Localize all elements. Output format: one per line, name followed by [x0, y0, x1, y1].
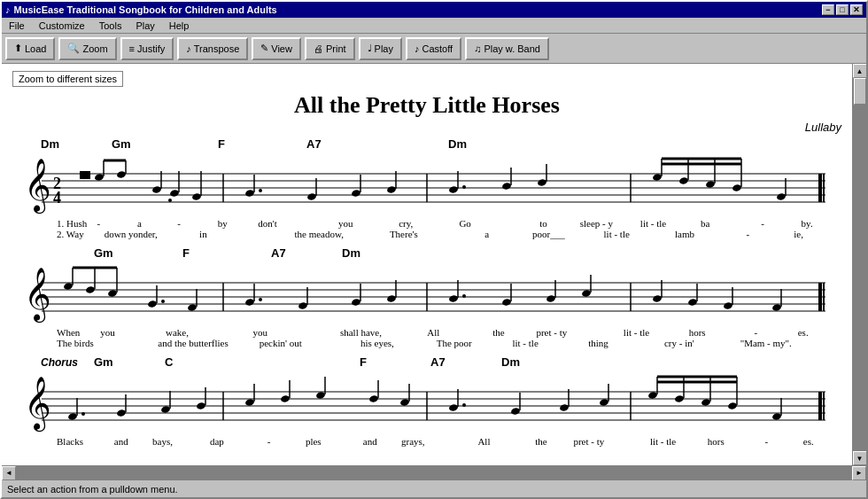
lr3-4: dap	[210, 436, 267, 447]
main-area: Zoom to different sizes All the Pretty L…	[2, 64, 866, 465]
scroll-left-button[interactable]: ◄	[2, 466, 16, 480]
menu-help[interactable]: Help	[166, 19, 193, 32]
svg-point-67	[85, 285, 95, 293]
view-button[interactable]: ✎ View	[252, 37, 301, 60]
svg-point-65	[63, 282, 73, 290]
svg-point-138	[559, 403, 569, 411]
svg-point-82	[351, 298, 360, 306]
svg-point-35	[448, 185, 458, 193]
play-button[interactable]: ♩ Play	[359, 37, 402, 60]
main-window: ♪ MusicEase Traditional Songbook for Chi…	[0, 0, 868, 499]
zoom-button[interactable]: 🔍 Zoom	[58, 37, 116, 60]
scroll-down-button[interactable]: ▼	[853, 451, 867, 465]
lyrics-row-2-v1: When you wake, you shall have, All the p…	[12, 327, 841, 338]
lr2-11: -	[755, 327, 798, 338]
lyric-12: lit - tle	[640, 218, 701, 229]
justify-button[interactable]: ≡ Justify	[120, 37, 174, 60]
justify-icon: ≡	[129, 43, 135, 54]
chord2-empty	[41, 246, 94, 260]
svg-point-14	[94, 173, 104, 181]
lr3-13: hors	[708, 436, 765, 447]
status-text: Select an action from a pulldown menu.	[7, 484, 178, 495]
scroll-up-button[interactable]: ▲	[853, 64, 867, 78]
svg-point-129	[368, 394, 378, 402]
close-button[interactable]: ✕	[850, 4, 863, 15]
lyric2-5: There's	[390, 229, 484, 239]
print-button[interactable]: 🖨 Print	[305, 37, 355, 60]
lr2v2-6: lit - tle	[512, 338, 588, 348]
chord2-dm: Dm	[342, 246, 841, 260]
lyric-10: to	[539, 218, 579, 229]
lr2-6: All	[427, 327, 492, 338]
lyric2-9: lamb	[675, 229, 747, 239]
chord-dm-end: Dm	[448, 137, 841, 151]
chord2-gm: Gm	[94, 246, 182, 260]
svg-point-133	[448, 403, 458, 411]
lr2-7: the	[492, 327, 536, 338]
svg-point-33	[386, 185, 396, 193]
lr2v2-4: his eyes,	[360, 338, 437, 348]
lr3-11: pret - ty	[573, 436, 649, 447]
lyric-14: -	[761, 218, 801, 229]
section-chorus: Chorus	[41, 356, 94, 369]
chord-row-1: Dm Gm F A7 Dm	[12, 137, 841, 151]
chord-row-3: Chorus Gm C F A7 Dm	[12, 355, 841, 369]
scroll-track-h[interactable]	[16, 466, 852, 480]
lr2-9: lit - tle	[624, 327, 689, 338]
menu-tools[interactable]: Tools	[96, 19, 126, 32]
window-title: MusicEase Traditional Songbook for Child…	[14, 4, 277, 15]
svg-point-152	[771, 412, 781, 420]
castoff-icon: ♪	[415, 43, 420, 54]
svg-rect-13	[80, 171, 90, 179]
lyric-2: -	[97, 218, 136, 229]
load-button[interactable]: ⬆ Load	[5, 37, 55, 60]
lyric2-7: poor___	[532, 229, 604, 239]
title-bar: ♪ MusicEase Traditional Songbook for Chi…	[2, 2, 866, 18]
svg-point-121	[196, 402, 205, 409]
lr2-10: hors	[689, 327, 755, 338]
lr3-10: the	[535, 436, 573, 447]
staff-section-2: Gm F A7 Dm 𝄞	[12, 246, 841, 348]
title-bar-left: ♪ MusicEase Traditional Songbook for Chi…	[5, 4, 277, 15]
lyric-11: sleep - y	[580, 218, 640, 229]
play-band-button[interactable]: ♫ Play w. Band	[465, 37, 549, 60]
zoom-hint[interactable]: Zoom to different sizes	[12, 71, 123, 87]
castoff-button[interactable]: ♪ Castoff	[406, 37, 461, 60]
menu-file[interactable]: File	[5, 19, 28, 32]
svg-point-21	[169, 189, 179, 197]
maximize-button[interactable]: □	[836, 4, 849, 15]
chord2-a7: A7	[271, 246, 342, 260]
svg-point-75	[187, 303, 197, 311]
lyrics-row-1-v1: 1. Hush - a - by don't you cry, Go to sl…	[12, 218, 841, 229]
zoom-icon: 🔍	[67, 43, 80, 54]
svg-point-131	[399, 398, 409, 406]
lyric-8: cry,	[399, 218, 459, 229]
lr2-2: you	[100, 327, 166, 338]
lyric2-4: the meadow,	[294, 229, 389, 239]
minimize-button[interactable]: −	[822, 4, 834, 15]
svg-point-125	[280, 394, 290, 402]
lr2-3: wake,	[166, 327, 252, 338]
scroll-thumb-v[interactable]	[854, 78, 866, 105]
transpose-button[interactable]: ♪ Transpose	[177, 37, 248, 60]
svg-text:𝄞: 𝄞	[24, 268, 51, 324]
lr2-1: When	[57, 327, 100, 338]
staff-section-3: Chorus Gm C F A7 Dm 𝄞	[12, 355, 841, 447]
scroll-right-button[interactable]: ►	[852, 466, 866, 480]
chord-gm-1: Gm	[112, 137, 218, 151]
lyric-15: by.	[802, 218, 841, 229]
svg-text:𝄞: 𝄞	[24, 377, 51, 433]
lyric2-3: in	[199, 229, 294, 239]
menu-customize[interactable]: Customize	[35, 19, 89, 32]
svg-point-48	[732, 183, 741, 191]
menu-play[interactable]: Play	[132, 19, 158, 32]
view-icon: ✎	[260, 43, 268, 54]
chord2-f: F	[182, 246, 271, 260]
title-bar-controls: − □ ✕	[822, 4, 863, 15]
scroll-track-v[interactable]	[853, 78, 867, 451]
play-band-icon: ♫	[474, 43, 481, 54]
staff-svg-1: 𝄞 2 4	[12, 152, 841, 218]
lyric-13: ba	[701, 218, 761, 229]
chord-dm-2	[360, 137, 448, 151]
svg-point-84	[386, 294, 396, 302]
